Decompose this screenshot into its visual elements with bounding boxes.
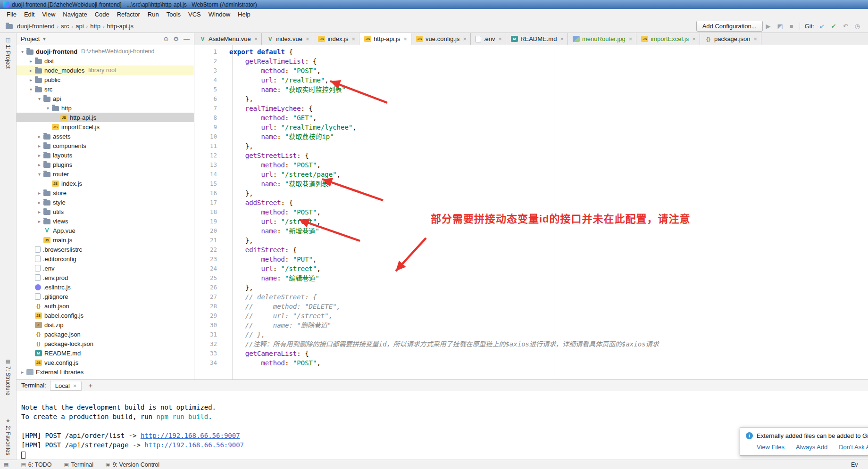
- tree-item-.gitignore[interactable]: .gitignore: [17, 292, 194, 301]
- project-panel-title[interactable]: Project: [21, 35, 40, 42]
- add-configuration-button[interactable]: Add Configuration...: [696, 21, 763, 32]
- code-line-5[interactable]: 5 name: "获取实时监控列表": [194, 85, 868, 94]
- gear-icon[interactable]: ⚙: [173, 35, 179, 42]
- menu-navigate[interactable]: Navigate: [59, 9, 91, 19]
- run-icon[interactable]: ▶: [763, 23, 774, 30]
- code-line-4[interactable]: 4 url: "/realTime",: [194, 75, 868, 85]
- code-line-11[interactable]: 11 },: [194, 141, 868, 151]
- close-icon[interactable]: ×: [463, 35, 467, 42]
- tree-item-src[interactable]: ▾src: [17, 84, 194, 94]
- code-line-28[interactable]: 28 // method: "DELETE",: [194, 302, 868, 311]
- menu-file[interactable]: File: [3, 9, 20, 19]
- code-line-25[interactable]: 25 name: "编辑巷道": [194, 273, 868, 283]
- tree-item-.browserslistrc[interactable]: .browserslistrc: [17, 245, 194, 254]
- breadcrumb-item-http-api.js[interactable]: http-api.js: [105, 22, 135, 31]
- close-icon[interactable]: ×: [629, 35, 633, 42]
- git-commit-icon[interactable]: ✔: [828, 23, 840, 30]
- rollback-icon[interactable]: ↶: [840, 23, 851, 30]
- tree-expand-icon[interactable]: ▸: [36, 209, 42, 214]
- tree-item-dist.zip[interactable]: Zdist.zip: [17, 320, 194, 329]
- tree-item-External Libraries[interactable]: ▸External Libraries: [17, 367, 194, 377]
- tree-item-index.js[interactable]: JSindex.js: [17, 179, 194, 188]
- editor-tab-index.vue[interactable]: Vindex.vue×: [262, 33, 313, 45]
- close-icon[interactable]: ×: [254, 35, 258, 42]
- code-line-14[interactable]: 14 url: "/street/page",: [194, 170, 868, 179]
- history-icon[interactable]: ◷: [851, 23, 863, 30]
- view-files-link[interactable]: View Files: [757, 444, 785, 451]
- menu-edit[interactable]: Edit: [20, 9, 38, 19]
- code-line-3[interactable]: 3 method: "POST",: [194, 66, 868, 75]
- tree-item-babel.config.js[interactable]: JSbabel.config.js: [17, 311, 194, 320]
- tree-item-main.js[interactable]: JSmain.js: [17, 235, 194, 245]
- tree-item-auth.json[interactable]: {}auth.json: [17, 301, 194, 311]
- tree-item-http-api.js[interactable]: JShttp-api.js: [17, 113, 194, 122]
- tree-expand-icon[interactable]: ▸: [28, 77, 34, 82]
- tree-item-package-lock.json[interactable]: {}package-lock.json: [17, 339, 194, 348]
- breadcrumb-item-duoji-frontend[interactable]: duoji-frontend: [15, 22, 57, 31]
- editor-tab-index.js[interactable]: JSindex.js×: [313, 33, 359, 45]
- tree-expand-icon[interactable]: ▸: [36, 153, 42, 158]
- toolwindow-structure-button[interactable]: ▦ 7: Structure: [0, 358, 16, 395]
- statusbar-event-log[interactable]: Ev: [851, 461, 864, 468]
- tree-item-plugins[interactable]: ▸plugins: [17, 160, 194, 169]
- toolwindow-toggle-icon[interactable]: ▦: [4, 461, 8, 468]
- menu-view[interactable]: View: [38, 9, 59, 19]
- statusbar-todo[interactable]: ▤ 6: TODO: [21, 461, 51, 468]
- editor-tab-AsideMenu.vue[interactable]: VAsideMenu.vue×: [194, 33, 262, 45]
- editor-tab-.env[interactable]: .env×: [471, 33, 506, 45]
- code-line-32[interactable]: 32 //注释：所有用到删除的接口都需要拼接变量id，所以请求方式采用了挂载在原…: [194, 339, 868, 349]
- terminal-link[interactable]: http://192.168.66.56:9007: [144, 441, 244, 449]
- always-add-link[interactable]: Always Add: [796, 444, 827, 451]
- tree-expand-icon[interactable]: ▸: [36, 200, 42, 205]
- debug-icon[interactable]: ◩: [774, 23, 786, 30]
- close-icon[interactable]: ×: [352, 35, 356, 42]
- code-line-20[interactable]: 20 name: "新增巷道": [194, 226, 868, 236]
- tree-item-node_modules[interactable]: ▸node_moduleslibrary root: [17, 66, 194, 75]
- code-line-10[interactable]: 10 name: "获取荔枝的ip": [194, 132, 868, 141]
- code-line-33[interactable]: 33 getCameraList: {: [194, 349, 868, 358]
- editor-tab-http-api.js[interactable]: JShttp-api.js×: [359, 33, 411, 45]
- toolwindow-favorites-button[interactable]: ★ 2: Favorites: [0, 418, 16, 455]
- tree-item-utils[interactable]: ▸utils: [17, 207, 194, 216]
- new-terminal-session-icon[interactable]: +: [85, 381, 95, 389]
- tree-item-.env[interactable]: .env: [17, 263, 194, 273]
- breadcrumb-item-http[interactable]: http: [88, 22, 102, 31]
- code-line-1[interactable]: 1export default {: [194, 47, 868, 57]
- tree-item-store[interactable]: ▸store: [17, 188, 194, 197]
- statusbar-version-control[interactable]: ◉ 9: Version Control: [106, 461, 159, 468]
- tree-item-api[interactable]: ▾api: [17, 94, 194, 103]
- code-line-16[interactable]: 16 },: [194, 189, 868, 198]
- close-icon[interactable]: ×: [73, 382, 77, 389]
- code-line-23[interactable]: 23 method: "PUT",: [194, 255, 868, 264]
- tree-expand-icon[interactable]: ▸: [36, 134, 42, 139]
- code-line-13[interactable]: 13 method: "POST",: [194, 160, 868, 170]
- breadcrumb-item-src[interactable]: src: [59, 22, 71, 31]
- code-line-6[interactable]: 6 },: [194, 94, 868, 104]
- code-line-30[interactable]: 30 // name: "删除巷道": [194, 321, 868, 330]
- close-icon[interactable]: ×: [560, 35, 564, 42]
- menu-vcs[interactable]: VCS: [184, 9, 205, 19]
- toolwindow-project-button[interactable]: ◫ 1: Project: [0, 37, 16, 69]
- code-line-31[interactable]: 31 // },: [194, 330, 868, 339]
- editor-tab-README.md[interactable]: MREADME.md×: [506, 33, 568, 45]
- tree-item-duoji-frontend[interactable]: ▾duoji-frontendD:\zheheWeb\duoji-fronten…: [17, 47, 194, 56]
- terminal-link[interactable]: http://192.168.66.56:9007: [141, 432, 240, 439]
- statusbar-terminal[interactable]: ▣ Terminal: [64, 461, 93, 468]
- tree-item-vue.config.js[interactable]: JSvue.config.js: [17, 358, 194, 367]
- stop-icon[interactable]: ■: [786, 23, 797, 30]
- tree-expand-icon[interactable]: ▸: [36, 190, 42, 196]
- close-icon[interactable]: ×: [754, 35, 758, 42]
- tree-expand-icon[interactable]: ▸: [19, 370, 25, 375]
- editor-tab-vue.config.js[interactable]: JSvue.config.js×: [411, 33, 471, 45]
- editor-tab-package.json[interactable]: {}package.json×: [700, 33, 761, 45]
- tree-collapse-icon[interactable]: ▾: [28, 87, 34, 92]
- tree-collapse-icon[interactable]: ▾: [19, 49, 25, 54]
- editor-tab-menuRouter.jpg[interactable]: menuRouter.jpg×: [568, 33, 636, 45]
- menu-code[interactable]: Code: [91, 9, 113, 19]
- code-line-2[interactable]: 2 getRealTimeList: {: [194, 57, 868, 66]
- code-line-34[interactable]: 34 method: "POST",: [194, 358, 868, 368]
- chevron-down-icon[interactable]: ▼: [42, 37, 46, 41]
- menu-refactor[interactable]: Refactor: [113, 9, 144, 19]
- tree-item-.editorconfig[interactable]: .editorconfig: [17, 254, 194, 263]
- hide-panel-icon[interactable]: —: [184, 35, 190, 42]
